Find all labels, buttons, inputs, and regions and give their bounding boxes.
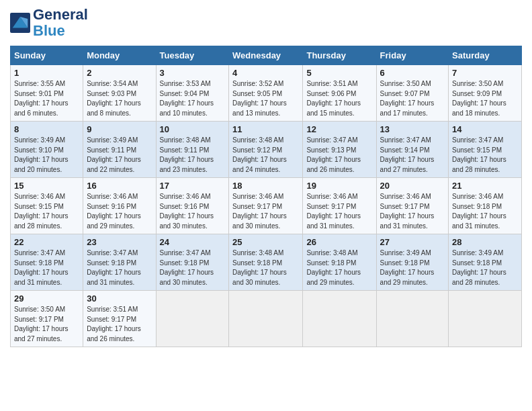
day-number: 25 [232,237,299,247]
calendar-cell: 20 Sunrise: 3:46 AM Sunset: 9:17 PM Dayl… [376,178,448,234]
calendar-cell: 15 Sunrise: 3:46 AM Sunset: 9:15 PM Dayl… [11,178,83,234]
day-info: Sunrise: 3:47 AM Sunset: 9:14 PM Dayligh… [380,136,445,175]
calendar-cell [376,291,448,347]
day-info: Sunrise: 3:51 AM Sunset: 9:06 PM Dayligh… [306,79,372,118]
day-info: Sunrise: 3:48 AM Sunset: 9:18 PM Dayligh… [232,248,299,287]
day-number: 17 [160,181,226,191]
calendar-cell [303,291,376,347]
header-saturday: Saturday [449,46,522,65]
calendar-cell: 10 Sunrise: 3:48 AM Sunset: 9:11 PM Dayl… [156,122,229,178]
day-info: Sunrise: 3:52 AM Sunset: 9:05 PM Dayligh… [232,79,299,118]
calendar-week-2: 8 Sunrise: 3:49 AM Sunset: 9:10 PM Dayli… [11,122,522,178]
header-wednesday: Wednesday [229,46,303,65]
calendar-cell: 7 Sunrise: 3:50 AM Sunset: 9:09 PM Dayli… [449,65,522,122]
logo: General Blue [10,7,88,39]
day-number: 21 [452,181,518,191]
calendar-cell [449,291,522,347]
calendar-header-row: SundayMondayTuesdayWednesdayThursdayFrid… [11,46,522,65]
day-number: 3 [160,68,226,78]
calendar-cell: 3 Sunrise: 3:53 AM Sunset: 9:04 PM Dayli… [156,65,229,122]
logo-icon [10,13,30,33]
calendar-cell: 13 Sunrise: 3:47 AM Sunset: 9:14 PM Dayl… [376,122,448,178]
calendar-cell: 18 Sunrise: 3:46 AM Sunset: 9:17 PM Dayl… [229,178,303,234]
day-number: 14 [452,124,518,134]
day-info: Sunrise: 3:46 AM Sunset: 9:15 PM Dayligh… [14,192,79,231]
day-number: 15 [14,181,79,191]
day-info: Sunrise: 3:46 AM Sunset: 9:17 PM Dayligh… [232,192,299,231]
day-number: 18 [232,181,299,191]
calendar-cell: 5 Sunrise: 3:51 AM Sunset: 9:06 PM Dayli… [303,65,376,122]
day-number: 26 [306,237,372,247]
day-info: Sunrise: 3:46 AM Sunset: 9:17 PM Dayligh… [380,192,445,231]
header-sunday: Sunday [11,46,83,65]
calendar-cell: 14 Sunrise: 3:47 AM Sunset: 9:15 PM Dayl… [449,122,522,178]
day-info: Sunrise: 3:47 AM Sunset: 9:18 PM Dayligh… [14,248,79,287]
page-header: General Blue [10,7,522,39]
header-friday: Friday [376,46,448,65]
day-info: Sunrise: 3:46 AM Sunset: 9:18 PM Dayligh… [452,192,518,231]
day-number: 11 [232,124,299,134]
calendar-cell: 6 Sunrise: 3:50 AM Sunset: 9:07 PM Dayli… [376,65,448,122]
calendar-cell: 28 Sunrise: 3:49 AM Sunset: 9:18 PM Dayl… [449,234,522,291]
day-info: Sunrise: 3:53 AM Sunset: 9:04 PM Dayligh… [160,79,226,118]
calendar-cell: 12 Sunrise: 3:47 AM Sunset: 9:13 PM Dayl… [303,122,376,178]
day-number: 2 [87,68,152,78]
day-info: Sunrise: 3:49 AM Sunset: 9:10 PM Dayligh… [14,136,79,175]
day-info: Sunrise: 3:50 AM Sunset: 9:09 PM Dayligh… [452,79,518,118]
day-number: 12 [306,124,372,134]
day-number: 27 [380,237,445,247]
day-number: 6 [380,68,445,78]
calendar-cell: 23 Sunrise: 3:47 AM Sunset: 9:18 PM Dayl… [83,234,156,291]
day-info: Sunrise: 3:49 AM Sunset: 9:18 PM Dayligh… [452,248,518,287]
calendar-week-3: 15 Sunrise: 3:46 AM Sunset: 9:15 PM Dayl… [11,178,522,234]
calendar-table: SundayMondayTuesdayWednesdayThursdayFrid… [10,46,522,347]
header-thursday: Thursday [303,46,376,65]
calendar-cell: 26 Sunrise: 3:48 AM Sunset: 9:18 PM Dayl… [303,234,376,291]
calendar-cell: 11 Sunrise: 3:48 AM Sunset: 9:12 PM Dayl… [229,122,303,178]
calendar-cell: 22 Sunrise: 3:47 AM Sunset: 9:18 PM Dayl… [11,234,83,291]
day-info: Sunrise: 3:46 AM Sunset: 9:17 PM Dayligh… [306,192,372,231]
calendar-cell: 2 Sunrise: 3:54 AM Sunset: 9:03 PM Dayli… [83,65,156,122]
calendar-week-4: 22 Sunrise: 3:47 AM Sunset: 9:18 PM Dayl… [11,234,522,291]
logo-text-general: General [33,7,88,23]
calendar-cell: 25 Sunrise: 3:48 AM Sunset: 9:18 PM Dayl… [229,234,303,291]
day-number: 16 [87,181,152,191]
day-info: Sunrise: 3:49 AM Sunset: 9:18 PM Dayligh… [380,248,445,287]
day-info: Sunrise: 3:47 AM Sunset: 9:15 PM Dayligh… [452,136,518,175]
calendar-week-1: 1 Sunrise: 3:55 AM Sunset: 9:01 PM Dayli… [11,65,522,122]
day-number: 28 [452,237,518,247]
header-monday: Monday [83,46,156,65]
calendar-cell: 17 Sunrise: 3:46 AM Sunset: 9:16 PM Dayl… [156,178,229,234]
day-number: 1 [14,68,79,78]
day-number: 13 [380,124,445,134]
day-info: Sunrise: 3:48 AM Sunset: 9:11 PM Dayligh… [160,136,226,175]
day-number: 19 [306,181,372,191]
day-info: Sunrise: 3:46 AM Sunset: 9:16 PM Dayligh… [160,192,226,231]
calendar-cell: 21 Sunrise: 3:46 AM Sunset: 9:18 PM Dayl… [449,178,522,234]
calendar-cell: 1 Sunrise: 3:55 AM Sunset: 9:01 PM Dayli… [11,65,83,122]
day-number: 10 [160,124,226,134]
logo-text-blue: Blue [33,23,88,39]
calendar-cell [156,291,229,347]
day-number: 20 [380,181,445,191]
day-number: 23 [87,237,152,247]
day-number: 5 [306,68,372,78]
day-number: 8 [14,124,79,134]
calendar-cell: 19 Sunrise: 3:46 AM Sunset: 9:17 PM Dayl… [303,178,376,234]
day-number: 22 [14,237,79,247]
calendar-cell: 9 Sunrise: 3:49 AM Sunset: 9:11 PM Dayli… [83,122,156,178]
calendar-week-5: 29 Sunrise: 3:50 AM Sunset: 9:17 PM Dayl… [11,291,522,347]
day-number: 9 [87,124,152,134]
day-info: Sunrise: 3:50 AM Sunset: 9:17 PM Dayligh… [14,305,79,344]
calendar-cell: 8 Sunrise: 3:49 AM Sunset: 9:10 PM Dayli… [11,122,83,178]
calendar-cell: 16 Sunrise: 3:46 AM Sunset: 9:16 PM Dayl… [83,178,156,234]
calendar-cell: 30 Sunrise: 3:51 AM Sunset: 9:17 PM Dayl… [83,291,156,347]
calendar-cell: 24 Sunrise: 3:47 AM Sunset: 9:18 PM Dayl… [156,234,229,291]
calendar-cell [229,291,303,347]
header-tuesday: Tuesday [156,46,229,65]
day-info: Sunrise: 3:48 AM Sunset: 9:18 PM Dayligh… [306,248,372,287]
day-number: 7 [452,68,518,78]
day-info: Sunrise: 3:47 AM Sunset: 9:18 PM Dayligh… [87,248,152,287]
day-info: Sunrise: 3:55 AM Sunset: 9:01 PM Dayligh… [14,79,79,118]
day-number: 24 [160,237,226,247]
